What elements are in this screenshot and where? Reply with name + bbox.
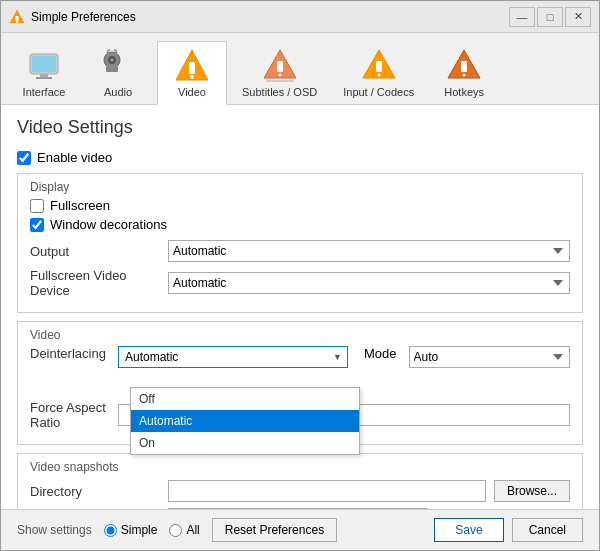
svg-rect-4 bbox=[32, 56, 56, 72]
video-section-label: Video bbox=[30, 328, 570, 342]
deinterlacing-label: Deinterlacing bbox=[30, 346, 110, 361]
all-label: All bbox=[186, 523, 199, 537]
fullscreen-device-label: Fullscreen Video Device bbox=[30, 268, 160, 298]
prefix-row: Prefix Sequential numbering bbox=[30, 508, 570, 509]
enable-video-label: Enable video bbox=[37, 150, 112, 165]
output-row: Output Automatic bbox=[30, 240, 570, 262]
window-controls: — □ ✕ bbox=[509, 7, 591, 27]
svg-rect-1 bbox=[16, 16, 19, 21]
tab-interface[interactable]: Interface bbox=[9, 41, 79, 104]
deinterlacing-value: Automatic bbox=[125, 350, 178, 364]
svg-point-20 bbox=[377, 74, 380, 77]
mode-label: Mode bbox=[364, 346, 397, 361]
window-decorations-label: Window decorations bbox=[50, 217, 167, 232]
audio-tab-label: Audio bbox=[104, 86, 132, 98]
input-icon bbox=[361, 48, 397, 84]
tab-input[interactable]: Input / Codecs bbox=[332, 41, 425, 104]
cancel-button[interactable]: Cancel bbox=[512, 518, 583, 542]
svg-rect-15 bbox=[277, 61, 283, 72]
reset-button[interactable]: Reset Preferences bbox=[212, 518, 337, 542]
video-tab-label: Video bbox=[178, 86, 206, 98]
deinterlacing-option-on[interactable]: On bbox=[131, 432, 359, 454]
fullscreen-checkbox[interactable] bbox=[30, 199, 44, 213]
fullscreen-row: Fullscreen bbox=[30, 198, 570, 213]
svg-rect-6 bbox=[36, 77, 52, 79]
fullscreen-device-select[interactable]: Automatic bbox=[168, 272, 570, 294]
directory-input[interactable] bbox=[168, 480, 486, 502]
close-button[interactable]: ✕ bbox=[565, 7, 591, 27]
simple-radio-row: Simple bbox=[104, 523, 158, 537]
tab-audio[interactable]: Audio bbox=[83, 41, 153, 104]
enable-video-checkbox[interactable] bbox=[17, 151, 31, 165]
hotkeys-icon bbox=[446, 48, 482, 84]
subtitles-icon bbox=[262, 48, 298, 84]
svg-rect-17 bbox=[266, 80, 294, 82]
output-select[interactable]: Automatic bbox=[168, 240, 570, 262]
window-decorations-row: Window decorations bbox=[30, 217, 570, 232]
fullscreen-label: Fullscreen bbox=[50, 198, 110, 213]
fullscreen-device-row: Fullscreen Video Device Automatic bbox=[30, 268, 570, 298]
minimize-button[interactable]: — bbox=[509, 7, 535, 27]
output-label: Output bbox=[30, 244, 160, 259]
svg-point-9 bbox=[111, 59, 114, 62]
svg-point-23 bbox=[463, 74, 466, 77]
all-radio-row: All bbox=[169, 523, 199, 537]
directory-label: Directory bbox=[30, 484, 160, 499]
show-settings-label: Show settings bbox=[17, 523, 92, 537]
window-title: Simple Preferences bbox=[31, 10, 509, 24]
prefix-input[interactable] bbox=[168, 508, 428, 509]
input-tab-label: Input / Codecs bbox=[343, 86, 414, 98]
video-section: Video Deinterlacing Automatic Off Automa… bbox=[17, 321, 583, 445]
audio-icon bbox=[100, 48, 136, 84]
settings-radio-group: Simple All bbox=[104, 523, 200, 537]
all-radio[interactable] bbox=[169, 524, 182, 537]
tab-video[interactable]: Video bbox=[157, 41, 227, 105]
svg-point-13 bbox=[190, 75, 194, 79]
deinterlacing-option-off[interactable]: Off bbox=[131, 388, 359, 410]
deinterlacing-row: Deinterlacing Automatic Off Automatic On… bbox=[30, 346, 570, 368]
svg-rect-10 bbox=[106, 66, 118, 72]
tab-hotkeys[interactable]: Hotkeys bbox=[429, 41, 499, 104]
bottom-bar: Show settings Simple All Reset Preferenc… bbox=[1, 509, 599, 550]
svg-point-2 bbox=[16, 21, 18, 23]
directory-row: Directory Browse... bbox=[30, 480, 570, 502]
main-window: Simple Preferences — □ ✕ Interface bbox=[0, 0, 600, 551]
svg-rect-12 bbox=[189, 62, 195, 74]
snapshots-section: Video snapshots Directory Browse... Pref… bbox=[17, 453, 583, 509]
enable-video-row: Enable video bbox=[17, 150, 583, 165]
svg-point-16 bbox=[278, 74, 281, 77]
window-decorations-checkbox[interactable] bbox=[30, 218, 44, 232]
simple-radio[interactable] bbox=[104, 524, 117, 537]
deinterlacing-dropdown: Off Automatic On bbox=[130, 387, 360, 455]
mode-select[interactable]: Auto bbox=[409, 346, 570, 368]
subtitles-tab-label: Subtitles / OSD bbox=[242, 86, 317, 98]
video-icon bbox=[174, 48, 210, 84]
save-button[interactable]: Save bbox=[434, 518, 503, 542]
interface-icon bbox=[26, 48, 62, 84]
deinterlacing-wrapper: Automatic Off Automatic On bbox=[118, 346, 348, 368]
app-icon bbox=[9, 9, 25, 25]
snapshots-section-label: Video snapshots bbox=[30, 460, 570, 474]
page-title: Video Settings bbox=[17, 117, 583, 138]
interface-tab-label: Interface bbox=[23, 86, 66, 98]
deinterlacing-option-automatic[interactable]: Automatic bbox=[131, 410, 359, 432]
tab-subtitles[interactable]: Subtitles / OSD bbox=[231, 41, 328, 104]
svg-rect-19 bbox=[376, 61, 382, 72]
hotkeys-tab-label: Hotkeys bbox=[444, 86, 484, 98]
svg-rect-22 bbox=[461, 61, 467, 72]
simple-label: Simple bbox=[121, 523, 158, 537]
maximize-button[interactable]: □ bbox=[537, 7, 563, 27]
deinterlacing-select[interactable]: Automatic bbox=[118, 346, 348, 368]
tab-bar: Interface Audio bbox=[1, 33, 599, 105]
force-aspect-ratio-label: Force Aspect Ratio bbox=[30, 400, 110, 430]
browse-button[interactable]: Browse... bbox=[494, 480, 570, 502]
main-content: Video Settings Enable video Display Full… bbox=[1, 105, 599, 509]
title-bar: Simple Preferences — □ ✕ bbox=[1, 1, 599, 33]
display-section-label: Display bbox=[30, 180, 570, 194]
display-section: Display Fullscreen Window decorations Ou… bbox=[17, 173, 583, 313]
